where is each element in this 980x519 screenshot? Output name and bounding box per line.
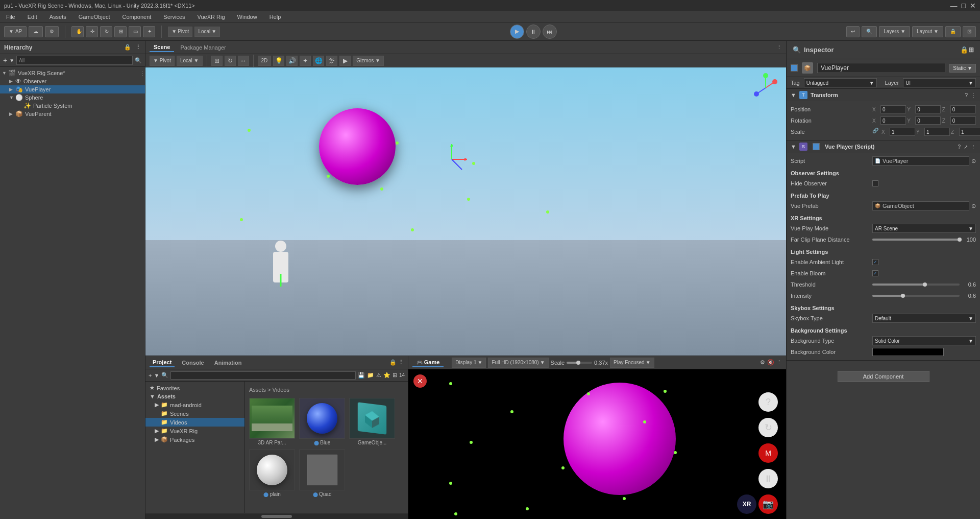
- go-active-checkbox[interactable]: [791, 64, 798, 72]
- layers-btn[interactable]: Layers ▼: [879, 26, 910, 37]
- lock-btn[interactable]: 🔒: [945, 26, 961, 37]
- step-btn[interactable]: ⏭: [543, 25, 557, 39]
- bg-color-swatch[interactable]: [872, 348, 944, 356]
- game-close-btn[interactable]: ✕: [413, 374, 427, 388]
- go-name-input[interactable]: [817, 63, 945, 73]
- expand-btn[interactable]: ▼: [9, 58, 14, 63]
- far-clip-slider[interactable]: [872, 239, 960, 241]
- maximize-btn[interactable]: □: [962, 2, 966, 10]
- game-menu-icon[interactable]: ⋮: [776, 359, 782, 366]
- add-component-btn[interactable]: Add Component: [838, 371, 929, 382]
- add-btn[interactable]: +: [3, 56, 7, 64]
- mad-android-folder[interactable]: ▶ 📁 mad-android: [145, 400, 244, 409]
- vue-player-header[interactable]: ▼ S Vue Player (Script) ? ↗ ⋮: [787, 140, 980, 153]
- layout-btn[interactable]: Layout ▼: [912, 26, 943, 37]
- position-z-input[interactable]: [950, 105, 976, 113]
- asset-quad[interactable]: ⬤ Quad: [299, 450, 345, 497]
- threshold-slider[interactable]: [872, 284, 960, 286]
- intensity-slider[interactable]: [872, 295, 960, 297]
- position-x-input[interactable]: [880, 105, 906, 113]
- package-manager-tab[interactable]: Package Manager: [176, 43, 230, 52]
- project-search-input[interactable]: [170, 371, 356, 380]
- game-tab[interactable]: 🎮 Game: [412, 358, 444, 367]
- project-tab[interactable]: Project: [150, 358, 175, 367]
- play-btn[interactable]: ▶: [510, 25, 524, 39]
- menu-vuexr-rig[interactable]: VueXR Rig: [195, 14, 227, 20]
- scenes-folder[interactable]: 📁 Scenes: [145, 409, 244, 418]
- tag-dropdown[interactable]: Untagged ▼: [804, 78, 877, 87]
- rotation-y-input[interactable]: [915, 116, 941, 125]
- scene-menu-icon[interactable]: ⋮: [140, 70, 145, 76]
- game-gizmos-btn[interactable]: ⚙: [760, 359, 765, 366]
- go-static-btn[interactable]: Static ▼: [949, 64, 976, 73]
- project-grid-icon[interactable]: ⊞: [393, 372, 397, 379]
- bloom-checkbox[interactable]: [872, 270, 878, 276]
- local-btn[interactable]: Local ▼: [194, 27, 220, 37]
- fullscreen-btn[interactable]: ⊡: [963, 26, 976, 37]
- project-scrollbar[interactable]: [145, 513, 408, 519]
- fx-btn[interactable]: ✦: [300, 56, 311, 66]
- minimize-btn[interactable]: —: [950, 2, 958, 10]
- menu-help[interactable]: Help: [267, 14, 283, 20]
- asset-gameobj[interactable]: GameObje...: [349, 398, 395, 445]
- rotation-z-input[interactable]: [950, 116, 976, 125]
- project-save-icon[interactable]: 💾: [358, 372, 365, 379]
- scale-y-input[interactable]: [924, 128, 950, 136]
- scene-options-icon[interactable]: ⋮: [776, 44, 782, 51]
- help-btn[interactable]: ?: [758, 392, 778, 412]
- tree-vueparent[interactable]: ▶ 📦 VueParent: [0, 110, 145, 118]
- hierarchy-menu-icon[interactable]: ⋮: [135, 44, 141, 51]
- menu-edit[interactable]: Edit: [26, 14, 39, 20]
- hand-tool-btn[interactable]: ✋: [71, 26, 84, 37]
- tree-observer[interactable]: ▶ 👁 Observer: [0, 77, 145, 85]
- bg-type-dropdown[interactable]: Solid Color ▼: [872, 336, 976, 345]
- menu-gameobject[interactable]: GameObject: [77, 14, 112, 20]
- search-icon[interactable]: 🔍: [135, 57, 142, 64]
- game-mute-btn[interactable]: 🔇: [767, 359, 774, 366]
- gizmos-btn[interactable]: Gizmos ▼: [353, 56, 384, 66]
- project-add-btn[interactable]: +: [149, 372, 152, 379]
- audio-btn[interactable]: 🔊: [286, 56, 298, 66]
- prefab-select-icon[interactable]: ⊙: [971, 203, 976, 209]
- menu-component[interactable]: Component: [120, 14, 153, 20]
- ambient-checkbox[interactable]: [872, 259, 878, 265]
- tree-vueplayer[interactable]: ▶ 🎭 VuePlayer: [0, 85, 145, 93]
- asset-3d-ar[interactable]: 3D AR Par...: [249, 398, 295, 445]
- project-arrow-btn[interactable]: ▼: [154, 372, 159, 379]
- asset-plain[interactable]: ⬤ plain: [249, 450, 295, 497]
- rotate-tool-btn[interactable]: ↻: [100, 26, 112, 37]
- combined-tool-btn[interactable]: ✦: [143, 26, 155, 37]
- transform-header[interactable]: ▼ T Transform ? ⋮: [787, 89, 980, 101]
- position-y-input[interactable]: [915, 105, 941, 113]
- vue-player-help-icon[interactable]: ?: [958, 144, 961, 150]
- menu-services[interactable]: Services: [161, 14, 187, 20]
- play-focused-btn[interactable]: Play Focused ▼: [610, 358, 654, 368]
- move-tool-btn[interactable]: ✛: [86, 26, 98, 37]
- undo-history-btn[interactable]: ↩: [846, 26, 860, 37]
- menu-btn[interactable]: M: [758, 443, 778, 463]
- scene-tab[interactable]: Scene: [150, 43, 174, 52]
- scale-grid-btn[interactable]: ↔: [238, 56, 249, 66]
- menu-assets[interactable]: Assets: [47, 14, 68, 20]
- videos-folder[interactable]: 📁 Videos: [145, 418, 244, 427]
- vue-player-menu-icon[interactable]: ⋮: [971, 144, 976, 150]
- 2d-btn[interactable]: 2D: [258, 56, 272, 66]
- camera-btn[interactable]: 📷: [758, 494, 778, 514]
- scale-z-input[interactable]: [959, 128, 980, 136]
- move-grid-btn[interactable]: ⊞: [211, 56, 223, 66]
- scale-x-input[interactable]: [890, 128, 915, 136]
- pause-btn[interactable]: ⏸: [526, 25, 541, 39]
- project-menu-icon[interactable]: ⋮: [398, 359, 404, 365]
- hierarchy-lock-icon[interactable]: 🔒: [124, 44, 131, 51]
- packages-folder[interactable]: ▶ 📦 Packages: [145, 435, 244, 444]
- project-warn-icon[interactable]: ⚠: [376, 372, 381, 379]
- skybox-btn[interactable]: 🌐: [313, 56, 324, 66]
- pivot-btn[interactable]: ▼ Pivot: [168, 27, 192, 37]
- script-field[interactable]: 📄 VuePlayer: [872, 156, 969, 166]
- resolution-dropdown[interactable]: Full HD (1920x1080) ▼: [488, 358, 548, 368]
- tree-sphere[interactable]: ▼ ⚪ Sphere: [0, 93, 145, 102]
- project-folder-icon[interactable]: 📁: [367, 372, 374, 379]
- scene-local-btn[interactable]: Local ▼: [177, 56, 203, 66]
- menu-window[interactable]: Window: [235, 14, 259, 20]
- close-btn[interactable]: ✕: [970, 2, 976, 10]
